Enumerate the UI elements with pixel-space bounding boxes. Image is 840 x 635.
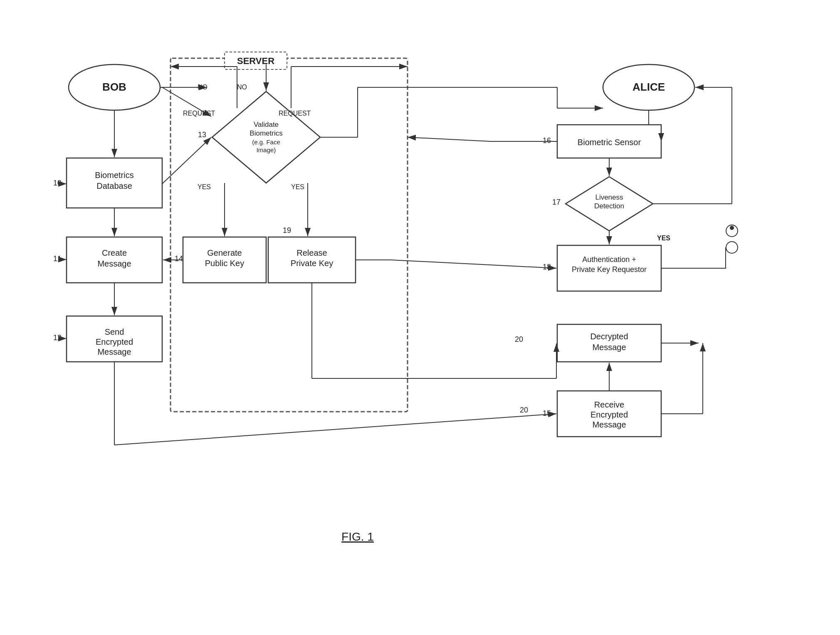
receive-encrypted-label: Receive [594, 400, 624, 409]
label-15: 15 [543, 409, 551, 418]
svg-line-61 [114, 414, 556, 445]
svg-line-54 [408, 137, 491, 141]
svg-text:Message: Message [592, 343, 626, 352]
svg-text:Message: Message [97, 259, 131, 268]
label-17: 17 [552, 198, 561, 206]
yes-liveness-label: YES [657, 235, 670, 242]
no-left-label: NO [198, 84, 208, 91]
server-label: SERVER [237, 56, 274, 66]
figure-label: FIG. 1 [341, 530, 374, 543]
bob-label: BOB [102, 81, 126, 93]
label-11: 11 [53, 254, 62, 263]
yes-left-label: YES [198, 183, 211, 190]
label-10: 10 [53, 179, 62, 187]
label-20: 20 [515, 335, 523, 343]
label-16: 16 [543, 136, 551, 145]
label-13: 13 [198, 131, 206, 139]
svg-text:Private Key Requestor: Private Key Requestor [572, 265, 647, 274]
svg-text:Validate: Validate [254, 121, 279, 128]
svg-line-27 [162, 137, 211, 184]
auth-requestor-label: Authentication + [582, 255, 636, 264]
svg-line-33 [391, 260, 556, 268]
svg-text:Encrypted: Encrypted [590, 410, 628, 419]
yes-right-label: YES [291, 183, 304, 190]
svg-text:Encrypted: Encrypted [96, 337, 133, 346]
label-18: 18 [543, 263, 551, 271]
create-message-label: Create [102, 248, 127, 257]
diagram: SERVER BOB ALICE Biometrics Database 10 … [33, 25, 807, 586]
svg-text:(e.g. Face: (e.g. Face [252, 138, 280, 146]
release-private-key-label: Release [296, 248, 327, 257]
send-encrypted-label: Send [105, 327, 124, 336]
svg-text:Detection: Detection [594, 202, 624, 210]
svg-text:Message: Message [97, 347, 131, 356]
svg-text:Database: Database [96, 181, 132, 190]
svg-text:Biometrics: Biometrics [250, 129, 282, 137]
svg-text:Private Key: Private Key [291, 259, 333, 268]
svg-text:Liveness: Liveness [595, 193, 623, 201]
generate-public-key-label: Generate [207, 248, 242, 257]
biometrics-db-label: Biometrics [95, 170, 133, 180]
svg-text:Image): Image) [257, 146, 276, 153]
decrypted-message-label: Decrypted [590, 332, 628, 341]
validate-biometrics-box [212, 91, 320, 183]
alice-label: ALICE [632, 81, 665, 93]
label-14: 14 [175, 254, 183, 263]
svg-point-44 [730, 226, 734, 230]
svg-text:Message: Message [592, 420, 626, 429]
svg-point-43 [726, 242, 738, 253]
svg-text:Public Key: Public Key [205, 259, 245, 268]
label-20-arrow: 20 [520, 406, 528, 414]
request-right-label: REQUEST [279, 110, 311, 117]
label-19: 19 [283, 226, 291, 235]
label-12: 12 [53, 334, 62, 342]
biometric-sensor-label: Biometric Sensor [578, 138, 641, 147]
request-left-label: REQUEST [183, 110, 215, 117]
no-right-label: NO [237, 84, 247, 91]
